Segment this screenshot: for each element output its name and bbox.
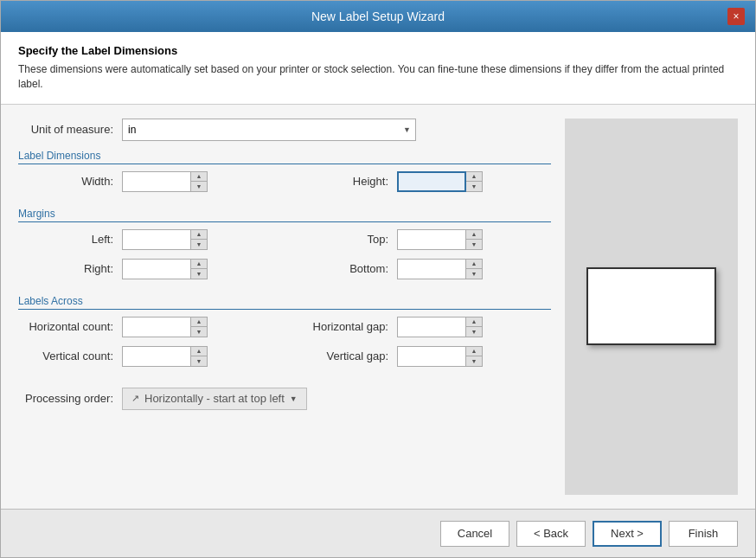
right-spinner-btns: ▲ ▼	[191, 259, 208, 279]
labels-across-row2: Vertical count: 1 ▲ ▼	[18, 346, 551, 375]
v-count-input[interactable]: 1	[122, 346, 191, 367]
label-dimensions-header: Label Dimensions	[18, 150, 551, 164]
width-col: Width: 3.000 in ▲ ▼	[18, 171, 276, 201]
left-down-btn[interactable]: ▼	[191, 240, 207, 249]
header-description: These dimensions were automatically set …	[18, 62, 738, 92]
content-area: Specify the Label Dimensions These dimen…	[1, 32, 755, 557]
right-spinner[interactable]: 0.000 in ▲ ▼	[122, 259, 208, 279]
margins-row2: Right: 0.000 in ▲ ▼ Bo	[18, 259, 551, 288]
left-label: Left:	[18, 233, 113, 246]
height-down-btn[interactable]: ▼	[466, 182, 482, 191]
finish-button[interactable]: Finish	[669, 521, 738, 547]
h-count-col: Horizontal count: 1 ▲ ▼	[18, 317, 276, 346]
top-spinner[interactable]: 0.000 in ▲ ▼	[397, 229, 483, 250]
dialog: New Label Setup Wizard × Specify the Lab…	[0, 0, 756, 558]
v-count-label: Vertical count:	[18, 350, 113, 362]
preview-area	[565, 119, 738, 495]
preview-label	[586, 267, 716, 345]
width-spinner[interactable]: 3.000 in ▲ ▼	[122, 171, 208, 192]
v-gap-up-btn[interactable]: ▲	[466, 347, 482, 356]
processing-order-button[interactable]: ↗ Horizontally - start at top left ▼	[122, 388, 307, 410]
right-col: Right: 0.000 in ▲ ▼	[18, 259, 276, 288]
v-gap-input[interactable]: 0.000 in	[397, 346, 466, 367]
main-content: Unit of measure: in cm mm Label Dimensio…	[1, 105, 755, 509]
v-count-spinner[interactable]: 1 ▲ ▼	[122, 346, 208, 367]
unit-row: Unit of measure: in cm mm	[18, 119, 551, 141]
bottom-down-btn[interactable]: ▼	[466, 269, 482, 279]
right-up-btn[interactable]: ▲	[191, 260, 207, 269]
bottom-bar: Cancel < Back Next > Finish	[1, 509, 755, 557]
cancel-button[interactable]: Cancel	[440, 521, 509, 547]
h-count-label: Horizontal count:	[18, 320, 113, 333]
top-spinner-btns: ▲ ▼	[466, 229, 483, 250]
width-down-btn[interactable]: ▼	[191, 182, 207, 191]
dimensions-row: Width: 3.000 in ▲ ▼ He	[18, 171, 551, 201]
left-spinner-btns: ▲ ▼	[191, 229, 208, 250]
dialog-title: New Label Setup Wizard	[29, 10, 727, 23]
processing-order-label: Processing order:	[18, 392, 113, 405]
h-count-row: Horizontal count: 1 ▲ ▼	[18, 317, 276, 337]
h-count-spinner[interactable]: 1 ▲ ▼	[122, 317, 208, 337]
v-gap-col: Vertical gap: 0.000 in ▲ ▼	[293, 346, 551, 375]
next-button[interactable]: Next >	[593, 521, 662, 547]
h-count-down-btn[interactable]: ▼	[191, 327, 207, 337]
header-title: Specify the Label Dimensions	[18, 44, 738, 57]
top-row: Top: 0.000 in ▲ ▼	[293, 229, 551, 250]
v-gap-spinner-btns: ▲ ▼	[466, 346, 483, 367]
left-row: Left: 0.000 in ▲ ▼	[18, 229, 276, 250]
top-up-btn[interactable]: ▲	[466, 230, 482, 240]
top-down-btn[interactable]: ▼	[466, 240, 482, 249]
h-count-up-btn[interactable]: ▲	[191, 317, 207, 327]
back-button[interactable]: < Back	[516, 521, 586, 547]
height-row: Height: 3.000 in ▲ ▼	[293, 171, 551, 192]
labels-across-row1: Horizontal count: 1 ▲ ▼	[18, 317, 551, 346]
labels-across-header: Labels Across	[18, 295, 551, 310]
processing-order-row: Processing order: ↗ Horizontally - start…	[18, 388, 551, 410]
unit-select[interactable]: in cm mm	[122, 119, 416, 141]
height-input[interactable]: 3.000 in	[397, 171, 466, 192]
h-count-spinner-btns: ▲ ▼	[191, 317, 208, 337]
v-gap-row: Vertical gap: 0.000 in ▲ ▼	[293, 346, 551, 367]
width-label: Width:	[18, 175, 113, 188]
processing-order-dropdown-icon: ▼	[290, 394, 298, 403]
left-col: Left: 0.000 in ▲ ▼	[18, 229, 276, 259]
unit-select-wrapper[interactable]: in cm mm	[122, 119, 416, 141]
top-input[interactable]: 0.000 in	[397, 229, 466, 250]
close-button[interactable]: ×	[727, 8, 745, 25]
left-input[interactable]: 0.000 in	[122, 229, 191, 250]
bottom-row: Bottom: 0.000 in ▲ ▼	[293, 259, 551, 279]
left-up-btn[interactable]: ▲	[191, 230, 207, 240]
h-count-input[interactable]: 1	[122, 317, 191, 337]
left-spinner[interactable]: 0.000 in ▲ ▼	[122, 229, 208, 250]
h-gap-label: Horizontal gap:	[293, 320, 388, 333]
v-count-down-btn[interactable]: ▼	[191, 356, 207, 366]
width-input[interactable]: 3.000 in	[122, 171, 191, 192]
h-gap-spinner[interactable]: 0.000 in ▲ ▼	[397, 317, 483, 337]
bottom-input[interactable]: 0.000 in	[397, 259, 466, 279]
bottom-col: Bottom: 0.000 in ▲ ▼	[293, 259, 551, 288]
h-gap-up-btn[interactable]: ▲	[466, 317, 482, 327]
h-gap-spinner-btns: ▲ ▼	[466, 317, 483, 337]
bottom-label: Bottom:	[293, 262, 388, 275]
v-gap-down-btn[interactable]: ▼	[466, 356, 482, 366]
height-spinner[interactable]: 3.000 in ▲ ▼	[397, 171, 483, 192]
v-gap-spinner[interactable]: 0.000 in ▲ ▼	[397, 346, 483, 367]
bottom-spinner[interactable]: 0.000 in ▲ ▼	[397, 259, 483, 279]
right-row: Right: 0.000 in ▲ ▼	[18, 259, 276, 279]
h-gap-down-btn[interactable]: ▼	[466, 327, 482, 337]
h-gap-col: Horizontal gap: 0.000 in ▲ ▼	[293, 317, 551, 346]
top-label: Top:	[293, 233, 388, 246]
h-gap-input[interactable]: 0.000 in	[397, 317, 466, 337]
width-up-btn[interactable]: ▲	[191, 172, 207, 182]
right-down-btn[interactable]: ▼	[191, 269, 207, 279]
margins-row1: Left: 0.000 in ▲ ▼ Top	[18, 229, 551, 259]
form-area: Unit of measure: in cm mm Label Dimensio…	[18, 119, 551, 495]
height-up-btn[interactable]: ▲	[466, 172, 482, 182]
right-input[interactable]: 0.000 in	[122, 259, 191, 279]
v-count-up-btn[interactable]: ▲	[191, 347, 207, 356]
height-spinner-btns: ▲ ▼	[466, 171, 483, 192]
v-count-col: Vertical count: 1 ▲ ▼	[18, 346, 276, 375]
bottom-up-btn[interactable]: ▲	[466, 260, 482, 269]
height-col: Height: 3.000 in ▲ ▼	[293, 171, 551, 201]
margins-header: Margins	[18, 208, 551, 222]
